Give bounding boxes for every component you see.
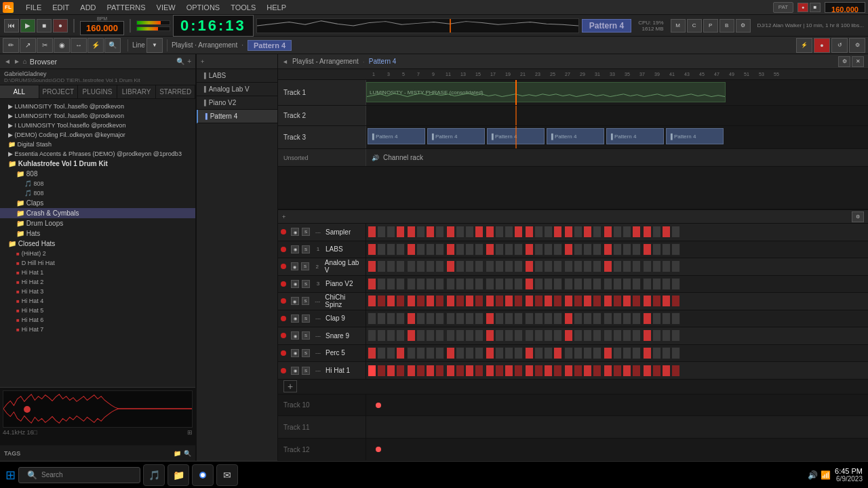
step-piano-13[interactable] bbox=[495, 278, 504, 290]
step-clap-29[interactable] bbox=[652, 312, 661, 325]
step-26[interactable] bbox=[623, 226, 631, 238]
cr-settings[interactable]: ⚙ bbox=[852, 211, 864, 222]
step-piano-26[interactable] bbox=[623, 278, 631, 290]
step-perc-30[interactable] bbox=[662, 347, 671, 359]
step-perc-16[interactable] bbox=[525, 347, 534, 359]
playlist-track-3-content[interactable]: ▐ Pattern 4 ▐ Pattern 4 ▐ Pattern 4 ▐ Pa… bbox=[366, 126, 868, 148]
step-perc-7[interactable] bbox=[435, 347, 444, 359]
menu-patterns[interactable]: PATTERNS bbox=[104, 2, 149, 13]
step-3[interactable] bbox=[396, 226, 405, 238]
step-analog-10[interactable] bbox=[465, 260, 474, 272]
step-analog-9[interactable] bbox=[456, 260, 465, 272]
pattern-item-piano[interactable]: ▐ Piano V2 bbox=[197, 96, 277, 110]
step-labs-6[interactable] bbox=[426, 243, 435, 256]
step-snare-1[interactable] bbox=[377, 329, 386, 342]
step-labs-5[interactable] bbox=[416, 243, 425, 256]
taskbar-icon-fl[interactable]: 🎵 bbox=[143, 464, 165, 486]
step-labs-13[interactable] bbox=[495, 243, 504, 256]
step-labs-26[interactable] bbox=[623, 243, 631, 256]
step-perc-17[interactable] bbox=[534, 347, 543, 359]
step-labs-0[interactable] bbox=[368, 243, 376, 256]
step-hihat-13[interactable] bbox=[495, 365, 504, 377]
step-hihat-29[interactable] bbox=[652, 365, 661, 377]
step-clap-31[interactable] bbox=[671, 312, 680, 325]
step-analog-22[interactable] bbox=[583, 260, 592, 272]
solo-analoglab[interactable]: S bbox=[301, 262, 309, 270]
channel-name-perc[interactable]: Perc 5 bbox=[326, 349, 345, 357]
browser-forward[interactable]: ► bbox=[14, 58, 20, 65]
tool-slice[interactable]: ⚡ bbox=[87, 38, 104, 53]
step-labs-29[interactable] bbox=[652, 243, 661, 256]
step-analog-12[interactable] bbox=[486, 260, 494, 272]
step-clap-5[interactable] bbox=[416, 312, 425, 325]
playlist-close[interactable]: ✕ bbox=[852, 56, 864, 67]
step-snare-8[interactable] bbox=[446, 329, 455, 342]
step-analog-5[interactable] bbox=[416, 260, 425, 272]
tree-item-drumkit[interactable]: 📁 Kuhlastrofee Vol 1 Drum Kit bbox=[0, 159, 195, 169]
step-17[interactable] bbox=[534, 226, 543, 238]
snap-dropdown[interactable]: ▼ bbox=[146, 38, 163, 53]
step-hihat-17[interactable] bbox=[534, 365, 543, 377]
tool-slip[interactable]: ↔ bbox=[71, 38, 87, 53]
taskbar-icon-explorer[interactable]: 📁 bbox=[167, 464, 189, 486]
step-hihat-6[interactable] bbox=[426, 365, 435, 377]
channel-name-piano[interactable]: Piano V2 bbox=[326, 280, 353, 287]
step-perc-2[interactable] bbox=[387, 347, 395, 359]
pattern-block[interactable]: ▐ Pattern 4 bbox=[368, 128, 425, 144]
step-2[interactable] bbox=[387, 226, 395, 238]
step-chichi-24[interactable] bbox=[604, 295, 612, 307]
step-perc-29[interactable] bbox=[652, 347, 661, 359]
tree-item-hihat1[interactable]: ■ Hi Hat 1 bbox=[0, 268, 195, 277]
menu-options[interactable]: OPTIONS bbox=[184, 2, 223, 13]
step-clap-11[interactable] bbox=[475, 312, 484, 325]
mute-clap[interactable]: ◉ bbox=[291, 314, 299, 323]
step-piano-16[interactable] bbox=[525, 278, 534, 290]
step-labs-7[interactable] bbox=[435, 243, 444, 256]
step-analog-15[interactable] bbox=[514, 260, 523, 272]
step-20[interactable] bbox=[564, 226, 573, 238]
step-8[interactable] bbox=[446, 226, 455, 238]
tree-item-claps[interactable]: 📁 Claps bbox=[0, 198, 195, 208]
step-chichi-30[interactable] bbox=[662, 295, 671, 307]
step-13[interactable] bbox=[495, 226, 504, 238]
step-analog-28[interactable] bbox=[643, 260, 652, 272]
step-chichi-31[interactable] bbox=[671, 295, 680, 307]
audio-block-1[interactable]: LUMINOSITY - MISTY PHRASE (consolidated) bbox=[366, 82, 726, 102]
step-clap-20[interactable] bbox=[564, 312, 573, 325]
step-chichi-22[interactable] bbox=[583, 295, 592, 307]
mute-perc[interactable]: ◉ bbox=[291, 349, 299, 357]
step-chichi-7[interactable] bbox=[435, 295, 444, 307]
pattern-block[interactable]: ▐ Pattern 4 bbox=[606, 128, 664, 144]
step-piano-7[interactable] bbox=[435, 278, 444, 290]
tray-icon-2[interactable]: 📶 bbox=[821, 470, 831, 480]
step-chichi-19[interactable] bbox=[553, 295, 562, 307]
step-7[interactable] bbox=[435, 226, 444, 238]
step-hihat-31[interactable] bbox=[671, 365, 680, 377]
step-snare-29[interactable] bbox=[652, 329, 661, 342]
step-clap-7[interactable] bbox=[435, 312, 444, 325]
step-hihat-27[interactable] bbox=[632, 365, 641, 377]
channel-rack-label[interactable]: Channel rack bbox=[383, 154, 423, 161]
step-snare-3[interactable] bbox=[396, 329, 405, 342]
tool-draw[interactable]: ✏ bbox=[3, 38, 19, 53]
tree-item-hihat7[interactable]: ■ Hi Hat 7 bbox=[0, 325, 195, 334]
step-analog-1[interactable] bbox=[377, 260, 386, 272]
mixer-btn[interactable]: M bbox=[671, 19, 686, 33]
step-hihat-23[interactable] bbox=[593, 365, 601, 377]
tab-library[interactable]: LIBRARY bbox=[117, 85, 157, 98]
step-perc-28[interactable] bbox=[643, 347, 652, 359]
step-15[interactable] bbox=[514, 226, 523, 238]
step-5[interactable] bbox=[416, 226, 425, 238]
tags-search-icon[interactable]: 🔍 bbox=[184, 450, 191, 457]
step-piano-10[interactable] bbox=[465, 278, 474, 290]
settings-btn[interactable]: ⚙ bbox=[736, 19, 751, 33]
step-perc-24[interactable] bbox=[604, 347, 612, 359]
step-25[interactable] bbox=[613, 226, 622, 238]
step-clap-15[interactable] bbox=[514, 312, 523, 325]
step-11[interactable] bbox=[475, 226, 484, 238]
step-12[interactable] bbox=[486, 226, 494, 238]
step-chichi-18[interactable] bbox=[544, 295, 553, 307]
prev-btn[interactable]: ⏮ bbox=[4, 19, 19, 33]
step-clap-18[interactable] bbox=[544, 312, 553, 325]
step-28[interactable] bbox=[643, 226, 652, 238]
